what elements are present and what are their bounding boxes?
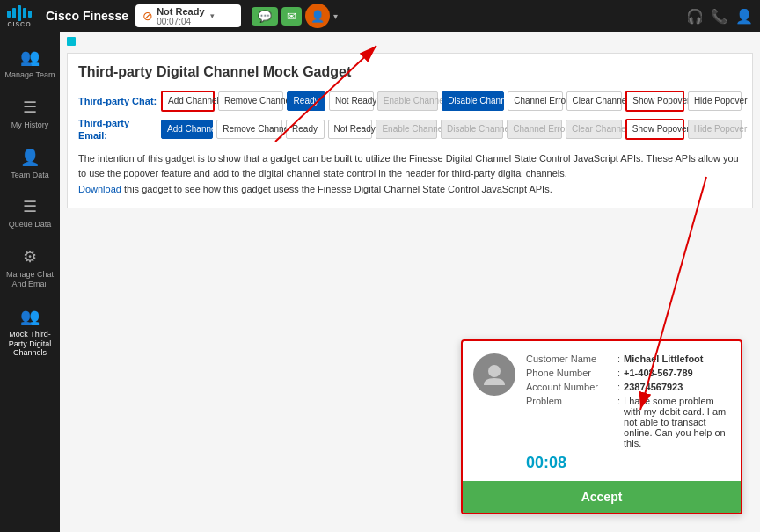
download-link[interactable]: Download	[78, 184, 121, 194]
popover-card: Customer Name : Michael Littlefoot Phone…	[461, 339, 742, 514]
phone-label: Phone Number	[526, 368, 614, 378]
user-icon[interactable]: 👤	[735, 8, 753, 25]
account-value: 23874567923	[624, 382, 683, 392]
sidebar-item-team-data[interactable]: 👤 Team Data	[0, 139, 60, 189]
manage-chat-icon: ⚙	[23, 247, 37, 266]
sidebar-label-mock-third-party: Mock Third-Party Digital Channels	[4, 330, 56, 358]
chat-hide-popover-btn[interactable]: Hide Popover	[688, 91, 742, 111]
chat-channel-btn[interactable]: 💬	[252, 7, 278, 26]
popover-problem-row: Problem : I have some problem with my de…	[526, 396, 730, 448]
gadget-description: The intention of this gadget is to show …	[78, 151, 742, 198]
chat-not-ready-btn[interactable]: Not Ready	[329, 91, 374, 111]
popover-body: Customer Name : Michael Littlefoot Phone…	[463, 341, 741, 481]
sidebar: 👥 Manage Team ☰ My History 👤 Team Data ☰…	[0, 32, 60, 532]
popover-avatar	[473, 353, 515, 396]
phone-value: +1-408-567-789	[624, 368, 693, 378]
account-label: Account Number	[526, 382, 614, 392]
sidebar-label-my-history: My History	[11, 120, 49, 130]
main-content: Third-party Digital Channel Mock Gadget …	[60, 32, 760, 532]
status-label: Not Ready	[157, 6, 204, 17]
email-hide-popover-btn[interactable]: Hide Popover	[688, 120, 742, 139]
chat-channel-row: Third-party Chat: Add Channel Remove Cha…	[78, 91, 742, 112]
email-show-popover-btn[interactable]: Show Popover	[625, 119, 684, 140]
customer-name-label: Customer Name	[526, 353, 614, 364]
phone-icon[interactable]: 📞	[711, 8, 728, 25]
email-remove-channel-btn[interactable]: Remove Channel	[216, 120, 281, 139]
chat-ready-btn[interactable]: Ready	[287, 91, 325, 111]
email-clear-channel-btn[interactable]: Clear Channel	[566, 120, 622, 139]
svg-rect-4	[28, 11, 32, 18]
gadget-panel: Third-party Digital Channel Mock Gadget …	[67, 53, 753, 208]
sidebar-item-mock-third-party[interactable]: 👥 Mock Third-Party Digital Channels	[0, 298, 60, 367]
chat-disable-channel-btn[interactable]: Disable Channel	[442, 91, 504, 111]
email-add-channel-btn[interactable]: Add Channel	[161, 120, 213, 139]
header-right: 🎧 📞 👤	[686, 8, 753, 25]
teal-marker	[67, 37, 76, 46]
not-ready-icon: ⊘	[142, 9, 153, 23]
popover-customer-name-row: Customer Name : Michael Littlefoot	[526, 353, 730, 364]
status-dropdown[interactable]: ⊘ Not Ready 00:07:04 ▾	[135, 4, 241, 27]
problem-value: I have some problem with my debit card. …	[624, 396, 730, 448]
svg-rect-1	[12, 8, 16, 18]
chat-show-popover-btn[interactable]: Show Popover	[625, 91, 684, 112]
sidebar-item-manage-team[interactable]: 👥 Manage Team	[0, 39, 60, 89]
email-channel-label: Third-party Email:	[78, 117, 157, 142]
sidebar-label-team-data: Team Data	[11, 171, 49, 180]
svg-rect-0	[7, 11, 11, 18]
accept-button[interactable]: Accept	[463, 481, 741, 513]
email-disable-channel-btn[interactable]: Disable Channel	[441, 120, 503, 139]
popover-phone-row: Phone Number : +1-408-567-789	[526, 368, 730, 378]
status-caret-icon: ▾	[210, 11, 215, 20]
gadget-title: Third-party Digital Channel Mock Gadget	[78, 64, 742, 80]
chat-channel-label: Third-party Chat:	[78, 95, 157, 107]
app-title: Cisco Finesse	[46, 9, 128, 23]
sidebar-item-my-history[interactable]: ☰ My History	[0, 89, 60, 139]
cisco-label: CISCO	[7, 21, 31, 27]
main-layout: 👥 Manage Team ☰ My History 👤 Team Data ☰…	[0, 32, 760, 532]
customer-name-value: Michael Littlefoot	[624, 353, 703, 364]
chat-channel-error-btn[interactable]: Channel Error	[508, 91, 562, 111]
chat-clear-channel-btn[interactable]: Clear Channel	[566, 91, 623, 111]
sidebar-label-manage-chat: Manage Chat And Email	[4, 270, 56, 289]
cisco-logo: CISCO	[7, 5, 32, 27]
manage-team-icon: 👥	[20, 47, 40, 67]
sidebar-item-queue-data[interactable]: ☰ Queue Data	[0, 188, 60, 238]
user-channel-btn[interactable]: 👤	[305, 4, 330, 28]
sidebar-label-queue-data: Queue Data	[9, 220, 52, 230]
sidebar-item-manage-chat-email[interactable]: ⚙ Manage Chat And Email	[0, 238, 60, 298]
email-ready-btn[interactable]: Ready	[286, 120, 325, 139]
my-history-icon: ☰	[23, 98, 37, 117]
email-channel-btn[interactable]: ✉	[281, 7, 302, 26]
svg-rect-3	[23, 8, 26, 18]
email-not-ready-btn[interactable]: Not Ready	[328, 120, 373, 139]
popover-info: Customer Name : Michael Littlefoot Phone…	[526, 353, 730, 472]
headset-icon[interactable]: 🎧	[686, 8, 704, 25]
status-time: 00:07:04	[157, 17, 204, 26]
popover-timer: 00:08	[526, 454, 730, 472]
chat-enable-channel-btn[interactable]: Enable Channel	[377, 91, 438, 111]
channel-dropdown-btn[interactable]: ▾	[333, 11, 338, 21]
chat-add-channel-btn[interactable]: Add Channel	[161, 91, 215, 112]
mock-third-party-icon: 👥	[20, 307, 40, 326]
team-data-icon: 👤	[20, 148, 40, 167]
popover-account-row: Account Number : 23874567923	[526, 382, 730, 392]
email-channel-row: Third-party Email: Add Channel Remove Ch…	[78, 117, 742, 142]
email-channel-error-btn[interactable]: Channel Error	[507, 120, 562, 139]
problem-label: Problem	[526, 396, 614, 406]
chat-remove-channel-btn[interactable]: Remove Channel	[218, 91, 283, 111]
email-enable-channel-btn[interactable]: Enable Channel	[376, 120, 437, 139]
sidebar-label-manage-team: Manage Team	[5, 70, 55, 80]
channel-icons-group: 💬 ✉ 👤 ▾	[252, 4, 338, 28]
svg-point-8	[488, 365, 501, 377]
svg-rect-2	[18, 5, 21, 21]
queue-data-icon: ☰	[23, 197, 37, 216]
header: CISCO Cisco Finesse ⊘ Not Ready 00:07:04…	[0, 0, 760, 32]
